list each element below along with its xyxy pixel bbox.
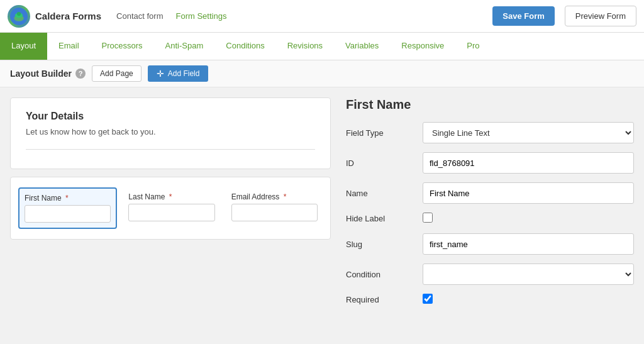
field-label-firstname: First Name * <box>25 194 111 203</box>
hide-label-label: Hide Label <box>346 214 415 223</box>
settings-row-name: Name <box>346 182 634 204</box>
hide-label-checkbox[interactable] <box>423 213 433 223</box>
tab-pro[interactable]: Pro <box>455 33 491 60</box>
settings-row-field-type: Field Type Single Line Text Email Number… <box>346 122 634 143</box>
svg-point-3 <box>17 12 21 16</box>
field-settings-title: First Name <box>346 97 634 112</box>
tab-layout[interactable]: Layout <box>0 33 47 60</box>
help-icon[interactable]: ? <box>75 69 86 79</box>
settings-panel: First Name Field Type Single Line Text E… <box>331 97 634 329</box>
field-input-email[interactable] <box>231 204 318 221</box>
settings-row-slug: Slug <box>346 233 634 255</box>
slug-input[interactable] <box>423 233 634 255</box>
tab-revisions[interactable]: Revisions <box>276 33 334 60</box>
required-control <box>423 294 634 306</box>
settings-row-id: ID <box>346 152 634 174</box>
field-label-lastname: Last Name * <box>128 192 214 201</box>
add-field-button[interactable]: ✛ Add Field <box>148 65 209 82</box>
add-field-icon: ✛ <box>157 69 164 79</box>
app-name: Caldera Forms <box>35 11 101 21</box>
field-label-email: Email Address * <box>231 192 318 201</box>
form-section-desc: Let us know how to get back to you. <box>26 127 315 136</box>
id-input[interactable] <box>423 152 634 174</box>
tab-anti-spam[interactable]: Anti-Spam <box>154 33 215 60</box>
field-type-control: Single Line Text Email Number Textarea D… <box>423 122 634 143</box>
nav-tabs: Layout Email Processors Anti-Spam Condit… <box>0 33 644 60</box>
top-bar: Caldera Forms Contact form Form Settings… <box>0 0 644 33</box>
name-label: Name <box>346 189 415 198</box>
id-control <box>423 152 634 174</box>
form-section-details: Your Details Let us know how to get back… <box>10 97 331 169</box>
preview-form-button[interactable]: Preview Form <box>565 6 636 26</box>
required-asterisk: * <box>65 194 69 203</box>
required-checkbox[interactable] <box>423 294 433 304</box>
slug-label: Slug <box>346 240 415 249</box>
settings-row-required: Required <box>346 294 634 306</box>
condition-control <box>423 264 634 285</box>
field-input-firstname[interactable] <box>25 205 111 223</box>
required-label: Required <box>346 295 415 304</box>
id-label: ID <box>346 158 415 168</box>
field-type-label: Field Type <box>346 128 415 138</box>
layout-toolbar: Layout Builder ? Add Page ✛ Add Field <box>0 60 644 87</box>
field-type-select[interactable]: Single Line Text Email Number Textarea D… <box>423 122 634 143</box>
hide-label-control <box>423 213 634 225</box>
field-block-firstname[interactable]: First Name * <box>18 187 117 229</box>
form-panel: Your Details Let us know how to get back… <box>10 97 331 329</box>
main-content: Your Details Let us know how to get back… <box>0 87 644 339</box>
contact-form-label: Contact form <box>116 11 163 21</box>
form-fields-row: First Name * Last Name * Email Address * <box>10 177 331 240</box>
toolbar-title: Layout Builder ? <box>10 69 86 79</box>
form-settings-link[interactable]: Form Settings <box>175 11 226 21</box>
slug-control <box>423 233 634 255</box>
logo: Caldera Forms <box>8 5 101 28</box>
required-asterisk-2: * <box>169 192 172 201</box>
settings-row-condition: Condition <box>346 264 634 285</box>
name-input[interactable] <box>423 182 634 204</box>
required-asterisk-3: * <box>284 192 287 201</box>
add-page-button[interactable]: Add Page <box>92 65 142 82</box>
field-block-email[interactable]: Email Address * <box>226 187 323 229</box>
tab-email[interactable]: Email <box>47 33 91 60</box>
name-control <box>423 182 634 204</box>
logo-icon <box>8 5 30 28</box>
tab-variables[interactable]: Variables <box>334 33 390 60</box>
tab-processors[interactable]: Processors <box>91 33 154 60</box>
save-form-button[interactable]: Save Form <box>492 6 554 26</box>
condition-select[interactable] <box>423 264 634 285</box>
field-block-lastname[interactable]: Last Name * <box>123 187 219 229</box>
field-input-lastname[interactable] <box>128 204 214 221</box>
tab-conditions[interactable]: Conditions <box>214 33 275 60</box>
condition-label: Condition <box>346 270 415 279</box>
settings-row-hide-label: Hide Label <box>346 213 634 225</box>
form-section-title: Your Details <box>26 111 315 122</box>
tab-responsive[interactable]: Responsive <box>390 33 455 60</box>
